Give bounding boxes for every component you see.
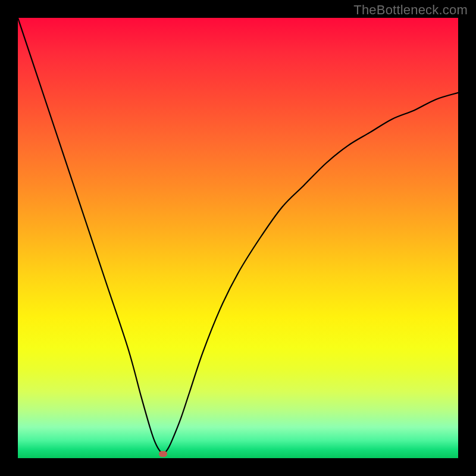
watermark-label: TheBottleneck.com (353, 2, 468, 18)
curve-svg (18, 18, 458, 458)
optimal-marker-icon (159, 451, 167, 457)
bottleneck-curve (18, 18, 458, 454)
chart-frame: TheBottleneck.com (0, 0, 476, 476)
plot-area (18, 18, 458, 458)
